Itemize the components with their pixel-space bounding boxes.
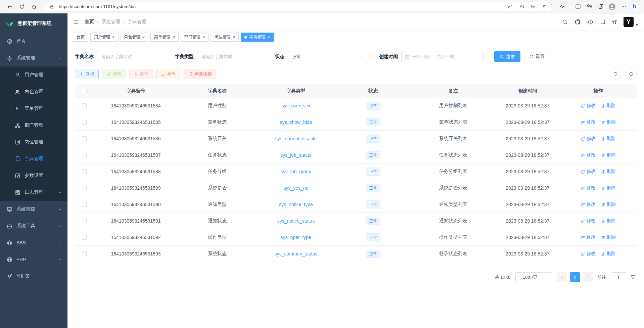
tab-菜单管理[interactable]: 菜单管理×: [150, 33, 179, 42]
dict-type-link[interactable]: sys_notice_type: [279, 202, 313, 207]
app-logo[interactable]: 意框架管理系统: [0, 13, 67, 33]
sidebar-item-BBS[interactable]: BBS: [0, 234, 67, 251]
row-checkbox[interactable]: [82, 219, 87, 223]
tab-岗位管理[interactable]: 岗位管理×: [211, 33, 239, 42]
delete-row-button[interactable]: 删除: [601, 152, 616, 158]
browser-home-button[interactable]: [29, 2, 39, 12]
dict-type-link[interactable]: sys_job_group: [281, 169, 311, 174]
breadcrumb-system[interactable]: 系统管理: [101, 19, 120, 25]
edit-row-button[interactable]: 修改: [581, 103, 596, 109]
dict-type-link[interactable]: sys_common_status: [274, 251, 317, 256]
row-checkbox[interactable]: [82, 136, 87, 141]
export-button[interactable]: 导出: [156, 69, 180, 79]
password-key-icon[interactable]: [506, 3, 514, 11]
reset-button[interactable]: 重置: [524, 51, 550, 62]
page-1-button[interactable]: 1: [570, 272, 580, 282]
sidebar-item-首页[interactable]: 首页: [0, 33, 67, 50]
browser-essentials-icon[interactable]: [557, 2, 567, 12]
refresh-table-button[interactable]: [625, 68, 637, 80]
dict-type-link[interactable]: sys_user_sex: [281, 103, 310, 108]
sidebar-item-系统管理[interactable]: 系统管理: [0, 50, 67, 66]
edit-row-button[interactable]: 修改: [581, 251, 596, 257]
close-icon[interactable]: ×: [267, 35, 270, 39]
delete-row-button[interactable]: 删除: [601, 169, 616, 175]
delete-row-button[interactable]: 删除: [601, 218, 616, 224]
add-favorite-star-icon[interactable]: [540, 3, 549, 11]
row-checkbox[interactable]: [82, 186, 87, 190]
breadcrumb-home[interactable]: 首页: [85, 19, 94, 25]
split-screen-icon[interactable]: [573, 2, 583, 12]
more-options-icon[interactable]: [618, 2, 629, 12]
delete-row-button[interactable]: 删除: [601, 251, 616, 257]
dict-name-input[interactable]: [97, 51, 164, 62]
sidebar-item-Yi框架[interactable]: Yi框架: [0, 268, 67, 285]
row-checkbox[interactable]: [82, 251, 87, 256]
user-avatar-menu[interactable]: Y ▼: [624, 17, 639, 27]
select-all-checkbox[interactable]: [82, 89, 87, 93]
next-page-button[interactable]: [583, 272, 593, 282]
browser-reload-button[interactable]: [17, 2, 27, 12]
delete-row-button[interactable]: 删除: [601, 103, 616, 109]
edit-row-button[interactable]: 修改: [581, 169, 596, 175]
url-text[interactable]: https://ccnetcore.com:1101/system/dict: [59, 4, 503, 9]
read-aloud-icon[interactable]: [517, 3, 526, 11]
browser-back-button[interactable]: [5, 2, 15, 12]
row-checkbox[interactable]: [82, 202, 87, 207]
delete-row-button[interactable]: 删除: [601, 119, 616, 125]
dict-type-link[interactable]: sys_job_status: [280, 152, 312, 158]
row-checkbox[interactable]: [82, 103, 87, 108]
dict-type-link[interactable]: sys_oper_type: [281, 235, 311, 240]
header-search-icon[interactable]: [562, 19, 568, 25]
address-bar[interactable]: https://ccnetcore.com:1101/system/dict: [44, 2, 552, 11]
status-select[interactable]: 正常: [288, 51, 368, 62]
goto-page-input[interactable]: [611, 272, 626, 282]
hamburger-icon[interactable]: [73, 19, 79, 25]
tab-字典管理[interactable]: 字典管理×: [241, 33, 274, 42]
row-checkbox[interactable]: [82, 153, 87, 157]
sidebar-item-字典管理[interactable]: 字典管理: [0, 150, 67, 167]
close-icon[interactable]: ×: [172, 35, 175, 39]
sidebar-item-系统监控[interactable]: 系统监控: [0, 201, 67, 218]
zoom-out-icon[interactable]: [528, 3, 537, 11]
search-button[interactable]: 搜索: [494, 51, 520, 62]
sidebar-item-ERP[interactable]: ERP: [0, 251, 67, 268]
row-checkbox[interactable]: [82, 169, 87, 174]
collections-icon[interactable]: [596, 2, 606, 12]
profile-avatar[interactable]: [607, 2, 617, 12]
close-icon[interactable]: ×: [112, 35, 115, 39]
tab-部门管理[interactable]: 部门管理×: [181, 33, 209, 42]
sidebar-item-角色管理[interactable]: 角色管理: [0, 83, 67, 100]
close-icon[interactable]: ×: [202, 35, 205, 39]
edit-row-button[interactable]: 修改: [581, 136, 596, 142]
tab-用户管理[interactable]: 用户管理×: [90, 33, 119, 42]
edit-row-button[interactable]: 修改: [581, 185, 596, 191]
sidebar-item-用户管理[interactable]: 用户管理: [0, 66, 67, 83]
delete-row-button[interactable]: 删除: [601, 201, 616, 207]
tab-首页[interactable]: 首页: [73, 33, 88, 42]
toggle-search-button[interactable]: [610, 68, 621, 80]
sidebar-item-日志管理[interactable]: 日志管理: [0, 184, 67, 201]
delete-row-button[interactable]: 删除: [601, 234, 616, 240]
dict-type-link[interactable]: sys_yes_no: [283, 185, 308, 191]
prev-page-button[interactable]: [557, 272, 567, 282]
page-size-select[interactable]: 10条/页: [515, 272, 552, 282]
sidebar-item-参数设置[interactable]: 参数设置: [0, 167, 67, 184]
dict-type-link[interactable]: sys_normal_disable: [275, 136, 317, 141]
dict-type-link[interactable]: sys_notice_status: [277, 218, 315, 224]
close-icon[interactable]: ×: [142, 35, 145, 39]
font-size-icon[interactable]: тT: [612, 19, 617, 25]
row-checkbox[interactable]: [82, 235, 87, 240]
bing-chat-icon[interactable]: b: [630, 2, 639, 11]
edit-row-button[interactable]: 修改: [581, 119, 596, 125]
delete-row-button[interactable]: 删除: [601, 185, 616, 191]
date-range-picker[interactable]: 开始日期 - 结束日期: [401, 51, 484, 62]
delete-row-button[interactable]: 删除: [601, 136, 616, 142]
github-icon[interactable]: [574, 19, 581, 25]
edit-row-button[interactable]: 修改: [581, 201, 596, 207]
favorites-bar-icon[interactable]: [584, 2, 594, 12]
edit-row-button[interactable]: 修改: [581, 152, 596, 158]
row-checkbox[interactable]: [82, 120, 87, 125]
edit-row-button[interactable]: 修改: [581, 234, 596, 240]
dict-type-input[interactable]: [197, 51, 264, 62]
dict-type-link[interactable]: sys_show_hide: [280, 120, 312, 125]
